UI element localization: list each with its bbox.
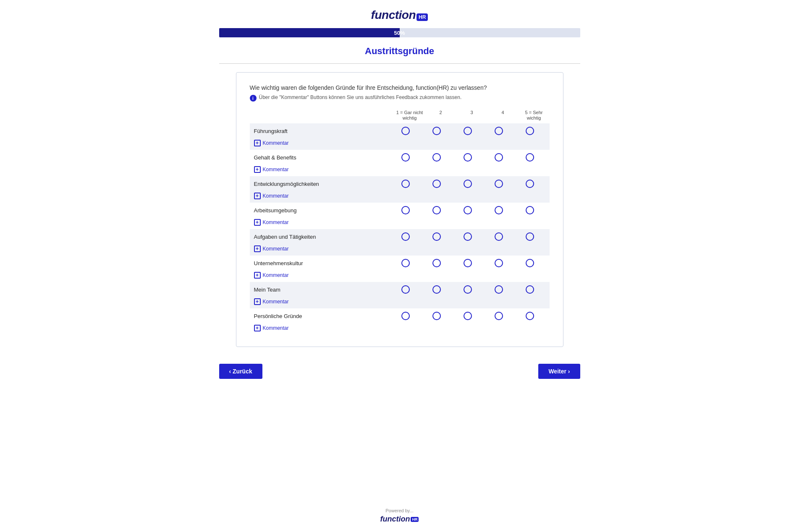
radio-fuhrungskraft-4[interactable] [495, 127, 503, 135]
logo-text: function [371, 8, 416, 21]
radio-cell-unternehmenskultur-1 [390, 259, 421, 267]
radio-arbeitsumgebung-1[interactable] [401, 206, 410, 214]
column-headers: 1 = Gar nichtwichtig 2 3 4 5 = Sehrwicht… [250, 110, 550, 123]
radio-cell-entwicklung-3 [452, 180, 483, 188]
radio-aufgaben-1[interactable] [401, 232, 410, 241]
comment-row-meinteam: +Kommentar [250, 297, 550, 308]
comment-icon-aufgaben[interactable]: + [254, 245, 261, 252]
comment-row-gehalt: +Kommentar [250, 165, 550, 176]
next-button[interactable]: Weiter › [538, 364, 580, 379]
card-question: Wie wichtig waren die folgenden Gründe f… [250, 84, 550, 91]
radio-entwicklung-5[interactable] [526, 180, 534, 188]
comment-label-aufgaben[interactable]: Kommentar [263, 246, 289, 252]
radio-entwicklung-2[interactable] [432, 180, 441, 188]
radio-cell-fuhrungskraft-4 [483, 127, 514, 135]
row-label-gehalt: Gehalt & Benefits [254, 154, 390, 161]
comment-label-persoenlich[interactable]: Kommentar [263, 325, 289, 331]
row-label-meinteam: Mein Team [254, 287, 390, 293]
row-meinteam: Mein Team [250, 282, 550, 297]
row-label-persoenlich: Persönliche Gründe [254, 313, 390, 319]
row-arbeitsumgebung: Arbeitsumgebung [250, 203, 550, 218]
radio-cell-aufgaben-1 [390, 232, 421, 241]
footer: Powered by... functionHR [380, 504, 419, 532]
radio-entwicklung-4[interactable] [495, 180, 503, 188]
row-label-arbeitsumgebung: Arbeitsumgebung [254, 207, 390, 214]
radio-meinteam-1[interactable] [401, 285, 410, 294]
radio-aufgaben-3[interactable] [464, 232, 472, 241]
comment-label-arbeitsumgebung[interactable]: Kommentar [263, 219, 289, 225]
radio-gehalt-5[interactable] [526, 153, 534, 162]
comment-icon-entwicklung[interactable]: + [254, 193, 261, 199]
radio-cell-fuhrungskraft-3 [452, 127, 483, 135]
comment-label-meinteam[interactable]: Kommentar [263, 299, 289, 305]
radio-cell-persoenlich-5 [514, 312, 545, 320]
radio-gehalt-4[interactable] [495, 153, 503, 162]
radio-aufgaben-5[interactable] [526, 232, 534, 241]
radio-gehalt-2[interactable] [432, 153, 441, 162]
radio-cell-entwicklung-2 [421, 180, 452, 188]
row-radios-unternehmenskultur [390, 259, 545, 267]
radio-fuhrungskraft-2[interactable] [432, 127, 441, 135]
radio-unternehmenskultur-5[interactable] [526, 259, 534, 267]
radio-entwicklung-3[interactable] [464, 180, 472, 188]
radio-gehalt-1[interactable] [401, 153, 410, 162]
row-radios-arbeitsumgebung [390, 206, 545, 214]
comment-row-arbeitsumgebung: +Kommentar [250, 218, 550, 229]
comment-label-entwicklung[interactable]: Kommentar [263, 193, 289, 199]
radio-aufgaben-2[interactable] [432, 232, 441, 241]
radio-entwicklung-1[interactable] [401, 180, 410, 188]
comment-row-entwicklung: +Kommentar [250, 191, 550, 203]
comment-icon-persoenlich[interactable]: + [254, 325, 261, 331]
row-radios-persoenlich [390, 312, 545, 320]
row-radios-gehalt [390, 153, 545, 162]
radio-meinteam-5[interactable] [526, 285, 534, 294]
progress-bar-container: 50% [219, 28, 580, 37]
comment-label-unternehmenskultur[interactable]: Kommentar [263, 272, 289, 278]
radio-persoenlich-1[interactable] [401, 312, 410, 320]
col-header-2: 2 [425, 110, 456, 121]
comment-icon-fuhrungskraft[interactable]: + [254, 140, 261, 146]
radio-gehalt-3[interactable] [464, 153, 472, 162]
comment-icon-arbeitsumgebung[interactable]: + [254, 219, 261, 226]
radio-persoenlich-3[interactable] [464, 312, 472, 320]
radio-unternehmenskultur-4[interactable] [495, 259, 503, 267]
radio-unternehmenskultur-1[interactable] [401, 259, 410, 267]
comment-label-fuhrungskraft[interactable]: Kommentar [263, 140, 289, 146]
card-info: i Über die "Kommentar" Buttons können Si… [250, 94, 550, 102]
radio-persoenlich-2[interactable] [432, 312, 441, 320]
radio-fuhrungskraft-5[interactable] [526, 127, 534, 135]
rows-container: Führungskraft+KommentarGehalt & Benefits… [250, 123, 550, 335]
radio-unternehmenskultur-3[interactable] [464, 259, 472, 267]
radio-arbeitsumgebung-2[interactable] [432, 206, 441, 214]
row-aufgaben: Aufgaben und Tätigkeiten [250, 229, 550, 244]
radio-cell-persoenlich-4 [483, 312, 514, 320]
radio-fuhrungskraft-1[interactable] [401, 127, 410, 135]
logo-badge: HR [417, 13, 428, 21]
radio-cell-aufgaben-5 [514, 232, 545, 241]
survey-card: Wie wichtig waren die folgenden Gründe f… [236, 72, 563, 347]
radio-arbeitsumgebung-3[interactable] [464, 206, 472, 214]
radio-meinteam-4[interactable] [495, 285, 503, 294]
row-fuhrungskraft: Führungskraft [250, 123, 550, 138]
comment-label-gehalt[interactable]: Kommentar [263, 167, 289, 172]
radio-arbeitsumgebung-5[interactable] [526, 206, 534, 214]
radio-cell-meinteam-3 [452, 285, 483, 294]
row-radios-meinteam [390, 285, 545, 294]
comment-icon-unternehmenskultur[interactable]: + [254, 272, 261, 279]
radio-meinteam-2[interactable] [432, 285, 441, 294]
radio-cell-unternehmenskultur-3 [452, 259, 483, 267]
radio-meinteam-3[interactable] [464, 285, 472, 294]
radio-unternehmenskultur-2[interactable] [432, 259, 441, 267]
back-button[interactable]: ‹ Zurück [219, 364, 262, 379]
radio-fuhrungskraft-3[interactable] [464, 127, 472, 135]
radio-cell-gehalt-5 [514, 153, 545, 162]
radio-arbeitsumgebung-4[interactable] [495, 206, 503, 214]
radio-persoenlich-4[interactable] [495, 312, 503, 320]
footer-logo: functionHR [380, 515, 419, 524]
col-header-1: 1 = Gar nichtwichtig [394, 110, 425, 121]
radio-cell-arbeitsumgebung-2 [421, 206, 452, 214]
radio-aufgaben-4[interactable] [495, 232, 503, 241]
comment-icon-gehalt[interactable]: + [254, 166, 261, 173]
radio-persoenlich-5[interactable] [526, 312, 534, 320]
comment-icon-meinteam[interactable]: + [254, 298, 261, 305]
